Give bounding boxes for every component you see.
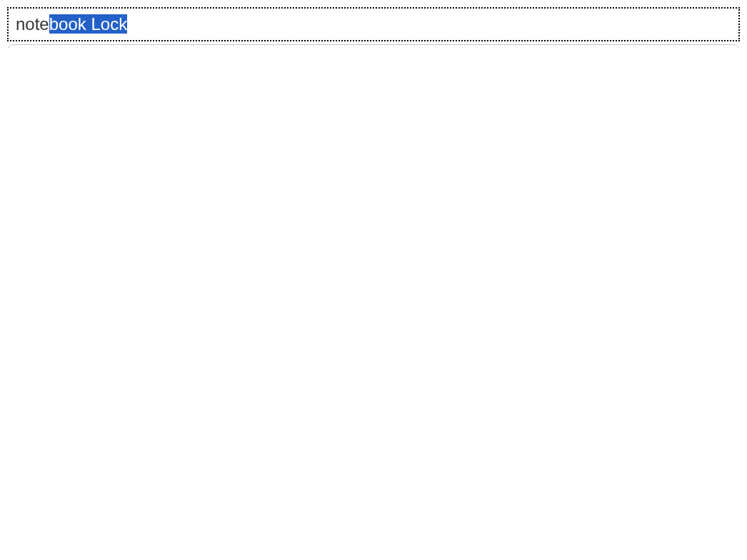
selected-completion-text: book Lock [49,14,127,34]
search-input[interactable]: notebook Lock [7,7,740,41]
autocomplete-dropdown: Red Point Stores Notebook Lock Smartcard… [7,44,740,49]
group-header: Red Point Stores [8,45,739,49]
search-input-text: notebook Lock [16,14,127,34]
typed-text: note [16,14,49,34]
autocomplete-container: notebook Lock Red Point Stores Notebook … [7,7,740,41]
suggestion-group: Red Point Stores Notebook Lock [8,45,739,49]
